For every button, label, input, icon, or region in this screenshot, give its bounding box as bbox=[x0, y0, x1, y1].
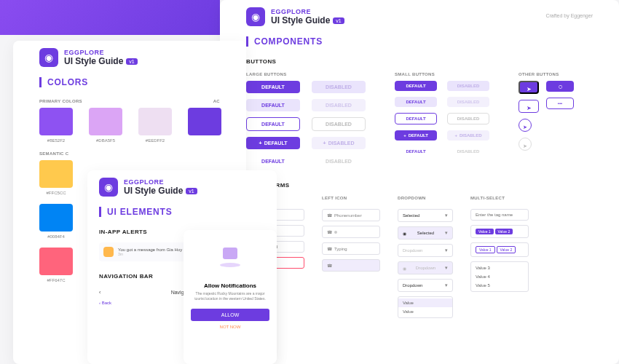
swatch-blue bbox=[39, 204, 73, 232]
swatch-indigo bbox=[188, 108, 221, 135]
spinner-icon: ◌ bbox=[559, 84, 562, 89]
circle-icon: ◉ bbox=[403, 266, 406, 271]
brand-label: EGGPLORE bbox=[271, 8, 344, 15]
brand-label: EGGPLORE bbox=[124, 178, 197, 186]
notif-title: Allow Notifications bbox=[191, 282, 269, 289]
dropdown-item[interactable]: Value bbox=[398, 307, 452, 316]
phone-select[interactable]: ☎ bbox=[322, 259, 380, 272]
multi-tags-out[interactable]: Value 1Value 2 bbox=[470, 242, 529, 257]
phone-icon: ☎ bbox=[327, 263, 332, 268]
btn-default-ghost[interactable]: DEFAULT bbox=[246, 155, 300, 167]
btn-sm-default-ghost[interactable]: DEFAULT bbox=[395, 146, 437, 157]
alert-icon bbox=[103, 247, 114, 257]
btn-dots[interactable]: ••• bbox=[546, 98, 574, 109]
btn-default-icon[interactable]: +DEFAULT bbox=[246, 137, 300, 149]
plus-icon: + bbox=[454, 133, 457, 138]
btn-sm-default-outline[interactable]: DEFAULT bbox=[395, 113, 437, 124]
buttons-heading: BUTTONS bbox=[246, 58, 593, 65]
swatch-pink bbox=[39, 248, 73, 275]
btn-sm-default-primary[interactable]: DEFAULT bbox=[395, 81, 437, 91]
page-title: UI Style Guide bbox=[124, 186, 183, 196]
btn-disabled-secondary: DISABLED bbox=[312, 99, 366, 111]
chevron-down-icon: ▾ bbox=[445, 265, 448, 271]
btn-default-primary[interactable]: DEFAULT bbox=[246, 81, 300, 93]
plus-icon: + bbox=[403, 133, 406, 138]
not-now-button[interactable]: NOT NOW bbox=[191, 325, 269, 329]
swatch-lilac bbox=[89, 108, 122, 135]
alert-text: You got a message from Gia Huy bbox=[118, 248, 182, 252]
btn-default-outline[interactable]: DEFAULT bbox=[246, 117, 300, 131]
arrow-icon: ➤ bbox=[523, 143, 527, 149]
section-elements: UI ELEMENTS bbox=[99, 207, 265, 217]
phone-input[interactable]: ☎Phonenumber bbox=[322, 209, 380, 221]
dropdown-open[interactable]: Dropdown▾ bbox=[398, 279, 453, 292]
btn-sm-disabled-secondary: DISABLED bbox=[447, 97, 489, 107]
swatch-yellow bbox=[39, 160, 73, 188]
arrow-icon: ➤ bbox=[527, 105, 532, 111]
swatch-purple bbox=[39, 108, 73, 135]
dropdown-disabled-alt: ◉Dropdown▾ bbox=[398, 261, 453, 274]
components-card: ◉ EGGPLORE UI Style Guide v1 Crafted by … bbox=[220, 0, 619, 364]
btn-disabled-primary: DISABLED bbox=[312, 81, 366, 93]
version-badge: v1 bbox=[186, 188, 197, 194]
chevron-left-icon[interactable]: ‹ bbox=[99, 290, 100, 295]
plus-icon: + bbox=[259, 141, 262, 146]
btn-sm-default-icon[interactable]: +DEFAULT bbox=[395, 130, 437, 141]
dots-icon: ••• bbox=[558, 101, 562, 106]
arrow-icon: ➤ bbox=[527, 86, 532, 92]
btn-sm-disabled-ghost: DISABLED bbox=[447, 146, 489, 157]
phone-icon: ☎ bbox=[327, 229, 332, 234]
btn-icon-arrow[interactable]: ➤ bbox=[519, 81, 539, 94]
credit-text: Crafted by Eggenger bbox=[545, 13, 593, 18]
multi-input[interactable] bbox=[470, 209, 529, 221]
btn-sm-disabled-outline: DISABLED bbox=[447, 113, 489, 124]
small-buttons-label: SMALL BUTTONS bbox=[395, 72, 489, 76]
dropdown-menu: Value Value bbox=[398, 296, 453, 318]
btn-spinner[interactable]: ◌ bbox=[546, 81, 574, 92]
btn-default-secondary[interactable]: DEFAULT bbox=[246, 99, 300, 111]
dropdown-label: DROPDOWN bbox=[398, 196, 453, 200]
multi-item[interactable]: Value 5 bbox=[471, 281, 528, 290]
multi-label: MULTI-SELECT bbox=[470, 196, 529, 200]
bell-illustration-icon bbox=[216, 242, 245, 271]
chevron-down-icon: ▾ bbox=[445, 248, 448, 253]
svg-rect-0 bbox=[223, 248, 237, 259]
notification-modal: Allow Notifications The majestic Rocky M… bbox=[184, 230, 277, 364]
multi-tags[interactable]: Value 1Value 2 bbox=[470, 225, 529, 238]
allow-button[interactable]: ALLOW bbox=[191, 309, 269, 321]
plus-icon: + bbox=[323, 141, 326, 146]
btn-sm-disabled-primary: DISABLED bbox=[447, 81, 489, 91]
multi-item[interactable]: Value 4 bbox=[471, 272, 528, 281]
dropdown-selected-alt[interactable]: ◉Selected▾ bbox=[398, 226, 453, 240]
back-button[interactable]: ‹ Back bbox=[99, 301, 111, 305]
phone-filled[interactable]: ☎ bbox=[322, 226, 380, 238]
btn-sm-default-secondary[interactable]: DEFAULT bbox=[395, 97, 437, 107]
other-buttons-label: OTHER BUTTONS bbox=[519, 72, 574, 76]
btn-round-arrow[interactable]: ➤ bbox=[519, 119, 532, 132]
typing-input[interactable]: ☎Typing bbox=[322, 242, 380, 255]
logo-icon: ◉ bbox=[246, 7, 265, 26]
large-buttons-label: LARGE BUTTONS bbox=[246, 72, 366, 76]
phone-icon: ☎ bbox=[327, 246, 332, 251]
svg-point-1 bbox=[220, 263, 240, 267]
dropdown-disabled: Dropdown▾ bbox=[398, 244, 453, 257]
btn-sm-disabled-icon: +DISABLED bbox=[447, 130, 489, 141]
dropdown-item[interactable]: Value bbox=[398, 298, 452, 307]
version-badge: v1 bbox=[126, 58, 137, 65]
phone-icon: ☎ bbox=[327, 213, 332, 218]
btn-icon-arrow-outline[interactable]: ➤ bbox=[519, 100, 539, 113]
section-components: COMPONENTS bbox=[246, 36, 593, 47]
multi-item[interactable]: Value 3 bbox=[471, 264, 528, 272]
section-colors: COLORS bbox=[39, 77, 220, 87]
swatch-lavender bbox=[138, 108, 172, 135]
accent-colors-label: AC bbox=[213, 99, 220, 103]
logo-icon: ◉ bbox=[39, 48, 58, 67]
multi-dropdown: Value 3 Value 4 Value 5 bbox=[470, 261, 529, 292]
chevron-down-icon: ▾ bbox=[445, 230, 448, 236]
forms-heading: INPUT FORMS bbox=[246, 182, 593, 189]
dropdown-selected[interactable]: Selected▾ bbox=[398, 209, 453, 222]
btn-disabled-icon: +DISABLED bbox=[312, 137, 366, 149]
primary-colors-label: PRIMARY COLORS bbox=[39, 99, 82, 103]
btn-disabled-outline: DISABLED bbox=[312, 117, 366, 131]
chevron-down-icon: ▾ bbox=[445, 282, 448, 288]
